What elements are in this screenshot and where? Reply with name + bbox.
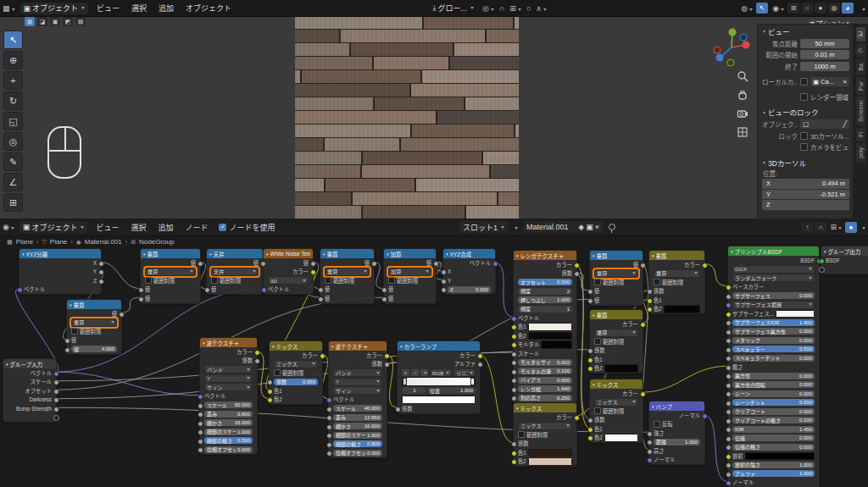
socket[interactable] (587, 289, 593, 295)
node-header[interactable]: ▾ミックス (514, 403, 576, 412)
dropdown-GGX[interactable]: GGX (732, 265, 815, 274)
node-row-加算[interactable]: 加算 (384, 268, 436, 277)
dropdown-サイン[interactable]: サイン (204, 383, 253, 391)
shading-material-button[interactable]: ◍ (828, 3, 840, 14)
sidebar-tab-5[interactable]: Fi (856, 128, 865, 141)
node-math-multiply-c[interactable]: ▾乗算値乗算範囲制限値値 (320, 248, 375, 304)
socket[interactable] (511, 316, 517, 322)
socket[interactable] (320, 353, 326, 359)
node-math-ceil[interactable]: ▾天井値天井範囲制限値 (206, 248, 264, 295)
snap-magnet-icon[interactable]: ∩ (815, 222, 826, 233)
node-group-input[interactable]: ▾グループ入力ベクトルスケールオフセットDarknessBump Strengt… (3, 358, 57, 423)
slider-バイアス[interactable]: バイアス0.000 (518, 377, 572, 384)
viewport-menu-3[interactable]: オブジェクト (180, 3, 237, 14)
node-row-天井[interactable]: 天井 (207, 268, 263, 277)
node-row-Y[interactable]: Y (200, 374, 257, 384)
socket[interactable] (726, 436, 732, 442)
socket[interactable] (726, 391, 732, 397)
socket[interactable] (574, 271, 580, 277)
node-header[interactable]: ▾ミックス (270, 341, 322, 351)
sidebar-tab-2[interactable]: Ba (856, 59, 865, 75)
dropdown-ランダムウォーク[interactable]: ランダムウォーク (732, 274, 815, 282)
socket[interactable] (647, 289, 653, 295)
node-header[interactable]: ▾XYZ合成 (443, 249, 495, 258)
overlays-dropdown[interactable]: ◉ (770, 4, 787, 13)
slider-スペキュラー[interactable]: スペキュラー0.500 (732, 346, 815, 352)
node-menu-3[interactable]: ノード (179, 222, 214, 233)
socket[interactable] (98, 279, 104, 285)
tool-rotate[interactable]: ↻ (3, 91, 23, 110)
socket[interactable] (198, 403, 203, 409)
socket[interactable] (204, 287, 210, 293)
socket[interactable] (17, 287, 23, 293)
snap-magnet-icon[interactable]: ∩ (497, 4, 507, 13)
dropdown-バンド[interactable]: バンド (333, 368, 382, 377)
node-math-add[interactable]: ▾加算値加算範囲制限値値 (383, 248, 437, 304)
slider-細部のスケー[interactable]: 細部のスケー1.000 (204, 429, 253, 435)
copy-icon[interactable]: ▣ (586, 223, 593, 231)
collapse-icon[interactable]: ▾ (203, 340, 205, 346)
dropdown-ミックス[interactable]: ミックス (518, 422, 572, 430)
socket[interactable] (647, 307, 653, 313)
socket[interactable] (819, 258, 825, 264)
node-row-ミックス[interactable]: ミックス (270, 360, 322, 369)
stop-position-field[interactable]: 位置1.000 (427, 387, 476, 394)
camera-view-icon[interactable] (737, 108, 748, 119)
tool-transform[interactable]: ◎ (3, 132, 23, 151)
node-header[interactable]: ▾乗算 (67, 300, 121, 309)
socket[interactable] (726, 302, 732, 308)
dropdown-天井[interactable]: 天井 (211, 268, 259, 276)
node-header[interactable]: ▾グループ入力 (3, 359, 56, 368)
slider-IOR[interactable]: IOR1.450 (732, 426, 815, 433)
tool-annotate[interactable]: ✎ (3, 152, 23, 171)
node-row-サイン[interactable]: サイン (200, 383, 257, 392)
dropdown-バンド[interactable]: バンド (204, 365, 253, 374)
cursor-section-header[interactable]: ▾ 3Dカーソル (758, 156, 854, 169)
node-header[interactable]: ▾バンプ (649, 401, 704, 411)
node-color-ramp[interactable]: ▾カラーランプカラーアルファ+−RGBリニア1位置1.000係数 (397, 340, 481, 414)
socket[interactable] (587, 366, 593, 372)
collapse-icon[interactable]: ▾ (22, 252, 25, 257)
socket[interactable] (326, 424, 332, 430)
dropdown-Y[interactable]: Y (333, 378, 382, 386)
socket[interactable] (587, 357, 593, 363)
dropdown-リニア[interactable]: リニア (453, 368, 476, 377)
socket[interactable] (726, 418, 732, 424)
socket[interactable] (726, 347, 732, 353)
select-mode-select-extend[interactable]: ◪ (37, 17, 47, 26)
checkbox-範囲制限[interactable] (518, 431, 525, 438)
socket[interactable] (726, 320, 732, 326)
socket[interactable] (64, 338, 70, 344)
shading-rendered-button[interactable]: ◕ (842, 3, 854, 14)
ramp-handle[interactable] (403, 378, 407, 385)
collapse-icon[interactable]: ▾ (593, 313, 595, 318)
collapse-icon[interactable]: ▾ (143, 252, 146, 257)
slider-サブサーフェス[interactable]: サブサーフェス0.000 (732, 292, 815, 299)
socket[interactable] (384, 353, 390, 359)
dropdown-乗算[interactable]: 乗算 (654, 269, 700, 278)
socket[interactable] (381, 287, 387, 293)
dropdown-サブサーフェス範囲[interactable]: サブサーフェス範囲 (732, 301, 815, 309)
socket[interactable] (726, 454, 732, 460)
socket[interactable] (310, 261, 316, 267)
socket[interactable] (492, 261, 498, 267)
node-header[interactable]: ▾乗算 (320, 249, 374, 258)
socket[interactable] (53, 415, 59, 421)
checkbox-範囲制限[interactable] (594, 279, 601, 285)
node-row-3D[interactable]: 3D (264, 276, 313, 285)
color-swatch[interactable] (528, 449, 572, 457)
color-swatch[interactable] (745, 452, 815, 461)
socket[interactable] (726, 409, 732, 415)
view-section-header[interactable]: ▾ ビュー (758, 25, 854, 37)
node-header[interactable]: ▾天井 (207, 249, 263, 258)
node-menu-2[interactable]: 追加 (152, 222, 179, 233)
collapse-icon[interactable]: ▾ (323, 252, 326, 257)
ortho-grid-icon[interactable] (737, 126, 748, 138)
parent-node-tree-icon[interactable]: ↑ (801, 222, 813, 233)
slider-異方性[interactable]: 異方性0.000 (732, 373, 815, 379)
socket[interactable] (261, 287, 267, 293)
material-name-field[interactable]: Material.001 ◈ ▣ × (523, 221, 603, 233)
node-row-範囲制限[interactable]: 範囲制限 (590, 407, 643, 416)
select-mode-select-intersect[interactable]: ▤ (75, 17, 86, 26)
socket[interactable] (395, 407, 401, 412)
